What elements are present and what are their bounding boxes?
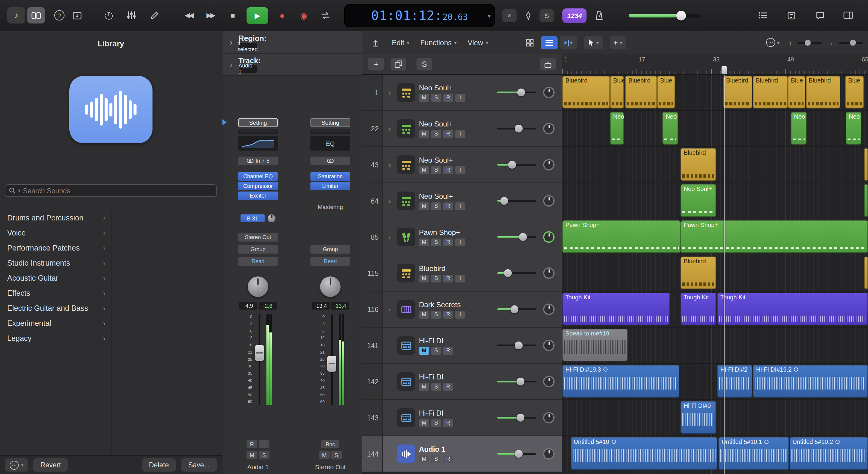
track-row-43[interactable]: 43›Neo Soul+MSRIBluebird: [362, 147, 868, 183]
library-options-button[interactable]: ⋯ ▾: [5, 458, 28, 472]
strip-button[interactable]: I: [258, 440, 270, 448]
region-neo[interactable]: Neo: [610, 112, 624, 144]
track-row-115[interactable]: 115BluebirdMSRIBluebirdB: [362, 256, 868, 292]
cycle-button[interactable]: [316, 7, 335, 24]
note-pads-button[interactable]: [782, 7, 801, 24]
region-speak-to-me-19[interactable]: Speak to me#19: [562, 329, 628, 361]
setting-button[interactable]: Setting: [238, 118, 278, 127]
library-category-effects[interactable]: Effects›: [0, 285, 112, 301]
delete-button[interactable]: Delete: [142, 458, 176, 472]
plugin-slot[interactable]: Exciter: [238, 192, 278, 200]
list-editors-button[interactable]: [754, 7, 772, 24]
slider-knob[interactable]: [500, 197, 508, 205]
plugin-slot[interactable]: Channel EQ: [238, 172, 278, 181]
setting-button[interactable]: Setting: [310, 118, 350, 127]
input-monitor-button[interactable]: I: [455, 166, 465, 174]
region-hi-fi-di-0[interactable]: Hi-Fi DI#0: [681, 401, 716, 434]
bar-ruler[interactable]: 117334965: [562, 54, 868, 74]
solo-button[interactable]: S: [431, 202, 441, 210]
group-button[interactable]: Group: [310, 245, 350, 253]
send-slot-button[interactable]: B 31: [241, 214, 265, 222]
volume-knob[interactable]: [676, 10, 686, 20]
track-header[interactable]: 64›Neo Soul+MSRI: [362, 183, 562, 219]
library-category-performance-patches[interactable]: Performance Patches›: [0, 240, 112, 256]
menu-edit[interactable]: Edit▾: [386, 35, 415, 50]
left-click-tool-selector[interactable]: ▾: [584, 36, 602, 49]
vertical-zoom-slider[interactable]: [798, 39, 822, 45]
bounce-button[interactable]: Bnc: [321, 440, 339, 448]
slider-knob[interactable]: [517, 89, 525, 96]
record-enable-button[interactable]: R: [443, 166, 453, 174]
track-lane-143[interactable]: Hi-Fi DI#0: [562, 400, 868, 436]
slider-knob[interactable]: [515, 341, 522, 349]
region-blue[interactable]: Blue: [610, 76, 624, 108]
disclosure-chevron-icon[interactable]: ›: [386, 233, 393, 241]
track-header[interactable]: 115BluebirdMSRI: [362, 256, 562, 292]
track-icon[interactable]: [397, 264, 415, 282]
more-options-button[interactable]: ⋯ ▾: [763, 36, 783, 49]
region-bluebird[interactable]: Bluebird: [681, 257, 716, 289]
editors-button[interactable]: [145, 7, 163, 24]
record-enable-button[interactable]: R: [443, 202, 453, 210]
volume-slider[interactable]: [497, 233, 536, 241]
solo-button[interactable]: S: [431, 274, 441, 282]
help-button[interactable]: ?: [50, 7, 68, 24]
mute-button[interactable]: M: [419, 310, 429, 318]
disclosure-chevron-icon[interactable]: ›: [386, 306, 393, 313]
slider-knob[interactable]: [515, 125, 522, 133]
input-format-button[interactable]: [310, 157, 350, 165]
fader-track-area[interactable]: [255, 314, 264, 405]
region-b[interactable]: B: [864, 257, 868, 289]
slider-knob[interactable]: [517, 378, 524, 385]
pan-knob[interactable]: [543, 412, 555, 424]
send-level-knob[interactable]: [268, 214, 276, 222]
track-icon[interactable]: [397, 119, 415, 138]
record-enable-button[interactable]: R: [443, 130, 453, 138]
region-blue[interactable]: Blue: [845, 76, 864, 108]
region-untitled-5-10-1[interactable]: Untitled 5#10.1: [718, 437, 789, 470]
horizontal-zoom-slider[interactable]: [839, 39, 863, 45]
solo-button[interactable]: S: [431, 347, 441, 354]
solo-button[interactable]: S: [431, 166, 441, 174]
track-header[interactable]: 85›Pawn Shop+MSRI: [362, 219, 562, 256]
slider-knob[interactable]: [517, 414, 524, 421]
library-category-studio-instruments[interactable]: Studio Instruments›: [0, 256, 112, 270]
track-lane-43[interactable]: Bluebird: [562, 147, 868, 183]
flex-button[interactable]: [560, 36, 577, 49]
track-header[interactable]: 1›Neo Soul+MSRI: [362, 75, 562, 111]
fader-track-area[interactable]: [327, 314, 336, 405]
pan-knob[interactable]: [543, 340, 555, 351]
track-icon[interactable]: [397, 336, 415, 355]
mute-button[interactable]: M: [419, 419, 429, 427]
track-header[interactable]: 144Audio 1MSR: [362, 436, 562, 472]
record-enable-button[interactable]: R: [443, 419, 453, 427]
input-button[interactable]: In 7-8: [238, 157, 278, 165]
record-enable-button[interactable]: R: [443, 274, 453, 282]
track-header[interactable]: 22›Neo Soul+MSRI: [362, 111, 562, 147]
region-tough-kit[interactable]: Tough Kit: [681, 293, 716, 325]
output-button[interactable]: Stereo Out: [238, 233, 278, 241]
track-inspector-header[interactable]: › Track: Audio 1: [222, 54, 362, 76]
slider-knob[interactable]: [519, 233, 527, 241]
solo-button[interactable]: S: [431, 383, 441, 391]
region-bluebird[interactable]: Bluebird: [681, 148, 716, 181]
region-pawn-shop-[interactable]: Pawn Shop+: [562, 221, 680, 253]
track-icon[interactable]: [397, 408, 415, 427]
track-icon[interactable]: [397, 444, 415, 463]
hide-panel-button[interactable]: [367, 36, 384, 49]
strip-button[interactable]: S: [258, 451, 270, 459]
region-clip[interactable]: [864, 148, 868, 181]
track-header[interactable]: 143Hi-Fi DIMSR: [362, 400, 562, 436]
library-category-experimental[interactable]: Experimental›: [0, 315, 112, 331]
region-inspector-header[interactable]: › Region: 4 selected: [222, 31, 362, 54]
library-category-voice[interactable]: Voice›: [0, 225, 112, 240]
track-row-141[interactable]: 141Hi-Fi DIMSRSpeak to me#19: [362, 328, 868, 364]
input-monitor-button[interactable]: I: [455, 310, 465, 318]
track-lane-144[interactable]: Untitled 5#10Untitled 5#10.1Untitled 5#1…: [562, 436, 868, 472]
disclosure-chevron-icon[interactable]: ›: [230, 37, 232, 47]
region-untitled-5-10-2[interactable]: Untitled 5#10.2: [789, 437, 868, 470]
track-icon[interactable]: [397, 192, 415, 210]
track-row-116[interactable]: 116›Dark SecretsMSRITough KitTough KitTo…: [362, 292, 868, 328]
region-bluebird[interactable]: Bluebird: [723, 76, 752, 108]
strip-button[interactable]: M: [319, 451, 330, 459]
